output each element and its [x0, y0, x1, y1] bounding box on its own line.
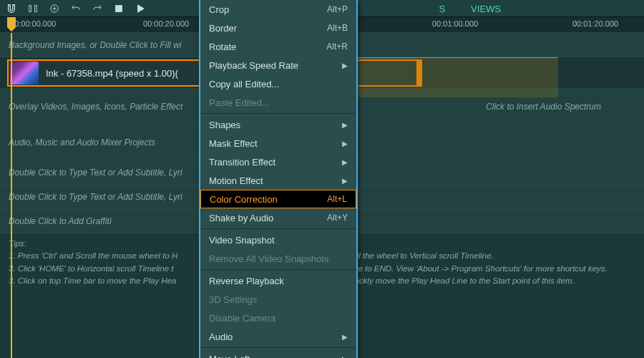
menu-move-left[interactable]: Move Left▶ [200, 349, 356, 358]
svg-rect-0 [29, 5, 31, 11]
track-hint: Background Images, or Double Click to Fi… [9, 40, 181, 50]
tab-partial[interactable]: S [439, 4, 445, 14]
ruler-tick: 00:00:20.000 [143, 17, 189, 28]
menu-shapes[interactable]: Shapes▶ [200, 115, 356, 134]
tip-line: roll the wheel to Vertical scroll Timeli… [349, 251, 493, 260]
track-hint: Overlay Videos, Images, Icons, Particle … [9, 102, 182, 112]
menu-motion-effect[interactable]: Motion Effect▶ [200, 171, 356, 190]
menu-copy-edited[interactable]: Copy all Edited... [200, 74, 356, 93]
tip-line: 1. Press 'Ctrl' and Scroll the mouse whe… [9, 251, 177, 260]
tip-line: 3. Click on top Time bar to move the Pla… [9, 276, 176, 285]
nav-tabs: S VIEWS [439, 0, 501, 17]
menu-rotate[interactable]: RotateAlt+R [200, 37, 356, 56]
clip-thumbnail [10, 62, 39, 84]
ruler-tick: 00:01:00.000 [432, 17, 478, 28]
menu-transition-effect[interactable]: Transition Effect▶ [200, 153, 356, 171]
track-hint: Double Click to Type Text or Add Subtitl… [9, 168, 182, 178]
redo-icon[interactable] [92, 3, 103, 14]
svg-rect-1 [35, 5, 37, 11]
menu-disable-camera: Disable Camera [200, 309, 356, 327]
menu-mask-effect[interactable]: Mask Effect▶ [200, 134, 356, 153]
playhead-line[interactable] [11, 33, 12, 358]
undo-icon[interactable] [70, 3, 82, 14]
menu-3d-settings: 3D Settings [200, 290, 356, 309]
track-hint: Double Click to Add Graffiti [9, 216, 112, 226]
menu-crop[interactable]: CropAlt+P [200, 0, 356, 19]
ruler-tick: 00:00:00.000 [10, 17, 56, 28]
menu-color-correction[interactable]: Color CorrectionAlt+L [200, 190, 356, 208]
menu-remove-snapshots: Remove All Video Snapshots [200, 249, 356, 268]
play-icon[interactable] [135, 3, 146, 14]
tip-line: eline to END. View 'About -> Program Sho… [346, 264, 608, 273]
tab-views[interactable]: VIEWS [471, 4, 501, 14]
menu-playback-speed[interactable]: Playback Speed Rate▶ [200, 56, 356, 74]
menu-video-snapshot[interactable]: Video Snapshot [200, 231, 356, 249]
tip-line: quickly move the Play Head Line to the S… [348, 276, 574, 285]
ruler-tick: 00:01:20.000 [572, 17, 618, 28]
track-hint: Audio, Music and Audio Mixer Projects [9, 137, 155, 147]
menu-separator [200, 113, 356, 114]
menu-border[interactable]: BorderAlt+B [200, 19, 356, 37]
clip-label: Ink - 67358.mp4 (speed x 1.00)( [46, 68, 178, 79]
track-hint-right: Click to Insert Audio Spectrum [486, 102, 601, 112]
svg-rect-3 [116, 5, 122, 11]
selection-overlay [358, 57, 558, 97]
tip-line: 3. Click 'HOME' to Horizontal scroll Tim… [9, 264, 174, 273]
context-menu: CropAlt+P BorderAlt+B RotateAlt+R Playba… [199, 0, 358, 358]
menu-separator [200, 347, 356, 348]
menu-shake-by-audio[interactable]: Shake by AudioAlt+Y [200, 208, 356, 227]
stop-icon[interactable] [113, 3, 125, 14]
magnet-icon[interactable] [6, 3, 17, 14]
marker-icon[interactable] [27, 3, 39, 14]
menu-audio[interactable]: Audio▶ [200, 327, 356, 346]
menu-separator [200, 269, 356, 270]
add-icon[interactable] [49, 3, 60, 14]
menu-separator [200, 228, 356, 229]
track-hint: Double Click to Type Text or Add Subtitl… [9, 192, 182, 202]
menu-reverse-playback[interactable]: Reverse Playback [200, 271, 356, 290]
menu-paste-edited: Paste Edited... [200, 93, 356, 112]
